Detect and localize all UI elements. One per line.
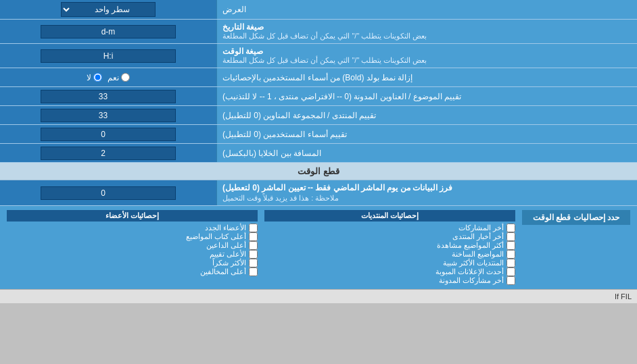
checkbox-new-members: الأعضاء الجدد [7,224,258,232]
checkbox-blog-posts: أخر مشاركات المدونة [264,276,515,285]
forum-sort-label: تقييم المنتدى / المجموعة المناوين (0 للت… [216,106,637,124]
date-format-label: صيغة التاريخ بعض التكوينات يتطلب "/" الت… [216,20,637,43]
fetch-data-row: فرز البيانات من يوم الماشر الماضي فقط --… [0,180,637,206]
cell-gap-label: المسافة بين الخلايا (بالبكسل) [216,144,637,162]
time-format-row: صيغة الوقت بعض التكوينات يتطلب "/" التي … [0,44,637,68]
col2-header: إحصائيات المنتديات [264,210,515,222]
checkbox-top-writers-input[interactable] [249,232,258,241]
checkbox-top-rated: الأعلى تقييم [7,250,258,259]
user-sort-input[interactable] [41,128,176,141]
checkbox-most-viewed-input[interactable] [506,241,515,250]
bold-remove-row: إزالة نمط بولد (Bold) من أسماء المستخدمي… [0,68,637,87]
checkbox-top-callers: أعلى الداعين [7,241,258,250]
topic-sort-row: تقييم الموضوع / العناوين المدونة (0 -- ا… [0,87,637,106]
checkboxes-section: حدد إحصاليات قطع الوقت إحصائيات المنتديا… [0,206,637,289]
checkbox-top-violators-input[interactable] [249,267,258,276]
checkbox-top-rated-input[interactable] [249,250,258,259]
checkbox-blog-posts-input[interactable] [506,276,515,285]
checkbox-most-thanked: الأكثر شكراً [7,259,258,267]
fetch-data-input[interactable] [41,186,176,200]
bold-remove-label: إزالة نمط بولد (Bold) من أسماء المستخدمي… [216,68,637,86]
col2-checkboxes: أخر المشاركات أخر أخبار المنتدى أكثر الم… [264,224,515,285]
bold-yes-radio[interactable] [121,73,130,82]
fetch-data-label: فرز البيانات من يوم الماشر الماضي فقط --… [216,180,637,205]
time-format-input-container [0,44,216,68]
checkbox-last-posts: أخر المشاركات [264,224,515,232]
bold-no-radio[interactable] [93,73,102,82]
time-format-label: صيغة الوقت بعض التكوينات يتطلب "/" التي … [216,44,637,68]
checkbox-new-members-input[interactable] [249,224,258,232]
checkbox-most-thanked-input[interactable] [249,259,258,267]
checkbox-most-similar: المنتديات الأكثر شبية [264,259,515,267]
stats-apply-label: حدد إحصاليات قطع الوقت [522,210,630,225]
forum-sort-row: تقييم المنتدى / المجموعة المناوين (0 للت… [0,106,637,125]
line-select-container: سطر واحد سطرين ثلاثة أسطر [0,0,216,19]
checkbox-hot-topics-input[interactable] [506,250,515,259]
header-row: العرض سطر واحد سطرين ثلاثة أسطر [0,0,637,20]
cell-gap-row: المسافة بين الخلايا (بالبكسل) [0,144,637,163]
col1-checkboxes: الأعضاء الجدد أعلى كتاب المواضيع أعلى ال… [7,224,258,276]
checkbox-most-viewed: أكثر المواضيع مشاهدة [264,241,515,250]
col1-container: إحصائيات الأعضاء الأعضاء الجدد أعلى كتاب… [7,210,258,276]
topic-sort-input[interactable] [41,90,176,103]
time-format-input[interactable] [41,49,176,63]
date-format-row: صيغة التاريخ بعض التكوينات يتطلب "/" الت… [0,20,637,44]
main-container: العرض سطر واحد سطرين ثلاثة أسطر صيغة الت… [0,0,637,303]
bold-radio-group: نعم لا [87,73,130,82]
bold-remove-options: نعم لا [0,68,216,86]
date-format-input[interactable] [41,25,176,38]
col2-container: إحصائيات المنتديات أخر المشاركات أخر أخب… [264,210,515,285]
checkbox-hot-topics: المواضيع الساخنة [264,250,515,259]
checkboxes-outer: حدد إحصاليات قطع الوقت إحصائيات المنتديا… [7,210,630,285]
forum-sort-input[interactable] [41,109,176,122]
cell-gap-input[interactable] [41,147,176,160]
bold-no-label[interactable]: لا [87,73,102,82]
checkbox-forum-news-input[interactable] [506,232,515,241]
bold-yes-label[interactable]: نعم [108,73,130,82]
forum-sort-input-container [0,106,216,124]
checkbox-forum-news: أخر أخبار المنتدى [264,232,515,241]
fetch-data-input-container [0,180,216,205]
topic-sort-label: تقييم الموضوع / العناوين المدونة (0 -- ا… [216,87,637,105]
section-label: العرض [216,0,637,19]
footer: If FIL [0,289,637,303]
checkbox-latest-ads-input[interactable] [506,267,515,276]
time-section-header: قطع الوقت [0,163,637,180]
user-sort-input-container [0,125,216,143]
cell-gap-input-container [0,144,216,162]
line-select[interactable]: سطر واحد سطرين ثلاثة أسطر [61,2,156,17]
col1-header: إحصائيات الأعضاء [7,210,258,222]
checkbox-top-callers-input[interactable] [249,241,258,250]
checkbox-most-similar-input[interactable] [506,259,515,267]
checkbox-latest-ads: أحدث الإعلانات المبوبة [264,267,515,276]
checkbox-top-violators: أعلى المخالفين [7,267,258,276]
checkbox-top-writers: أعلى كتاب المواضيع [7,232,258,241]
date-format-input-container [0,20,216,43]
topic-sort-input-container [0,87,216,105]
user-sort-row: تقييم أسماء المستخدمين (0 للتطبيل) [0,125,637,144]
user-sort-label: تقييم أسماء المستخدمين (0 للتطبيل) [216,125,637,143]
checkbox-last-posts-input[interactable] [506,224,515,232]
